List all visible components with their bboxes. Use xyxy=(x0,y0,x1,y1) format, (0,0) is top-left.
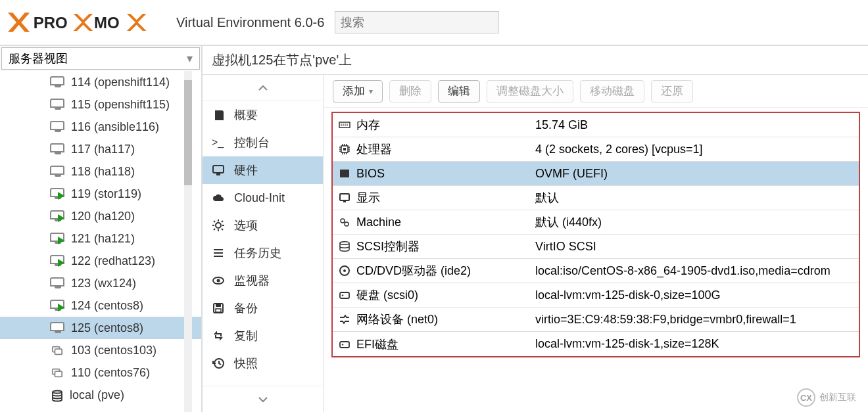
vm-icon xyxy=(50,277,66,289)
nav-item-monitor[interactable]: 硬件 xyxy=(203,156,323,184)
nav-scroll-down[interactable] xyxy=(203,386,323,412)
hardware-value: 默认 xyxy=(533,190,859,206)
vm-icon xyxy=(50,143,66,155)
tree-item-vm-5[interactable]: 119 (stor119) xyxy=(0,183,201,205)
tree-item-vm-1[interactable]: 115 (openshift115) xyxy=(0,93,201,116)
tree-item-vm-3[interactable]: 117 (ha117) xyxy=(0,138,201,160)
svg-marker-0 xyxy=(8,12,30,32)
tree-item-vm-7[interactable]: 121 (ha121) xyxy=(0,227,201,250)
tree-scrollbar-thumb[interactable] xyxy=(184,80,192,185)
hardware-row-net[interactable]: 网络设备 (net0)virtio=3E:C9:48:59:38:F9,brid… xyxy=(333,308,859,332)
nav-item-label: Cloud-Init xyxy=(234,191,285,205)
nav-item-terminal[interactable]: 控制台 xyxy=(203,129,323,156)
nav-item-history[interactable]: 快照 xyxy=(203,350,323,377)
vm-icon xyxy=(50,121,66,133)
tree-item-storage-14[interactable]: local (pve) xyxy=(0,384,201,406)
nav-item-save[interactable]: 备份 xyxy=(203,294,323,322)
hardware-panel: 添加 ▾ 删除 编辑 调整磁盘大小 移动磁盘 还原 内存15.74 GiB处理器… xyxy=(324,75,868,412)
hardware-key: 硬盘 (scsi0) xyxy=(356,287,533,303)
save-icon xyxy=(212,302,226,315)
watermark-text: 创新互联 xyxy=(819,392,856,403)
tree-view-label: 服务器视图 xyxy=(9,51,68,66)
nav-item-list[interactable]: 任务历史 xyxy=(203,239,323,267)
vm-icon xyxy=(50,300,66,311)
tree-item-vm-4[interactable]: 118 (ha118) xyxy=(0,160,201,183)
hardware-value: local:iso/CentOS-8-x86_64-1905-dvd1.iso,… xyxy=(533,264,859,278)
tree-item-label: 103 (centos103) xyxy=(71,344,157,357)
tree-item-label: 119 (stor119) xyxy=(71,187,141,201)
svg-marker-4 xyxy=(127,14,147,31)
nav-item-label: 监视器 xyxy=(234,273,270,288)
hardware-row-bios[interactable]: BIOSOVMF (UEFI) xyxy=(333,162,859,186)
hardware-key: 网络设备 (net0) xyxy=(356,311,533,327)
tree-item-vm-2[interactable]: 116 (ansible116) xyxy=(0,116,201,138)
nav-scroll-up[interactable] xyxy=(203,75,323,101)
lxc-icon xyxy=(50,344,66,356)
tree-item-vm-8[interactable]: 122 (redhat123) xyxy=(0,250,201,272)
hardware-row-cpu[interactable]: 处理器4 (2 sockets, 2 cores) [vcpus=1] xyxy=(333,137,859,162)
nav-item-label: 硬件 xyxy=(234,162,258,178)
nav-item-label: 控制台 xyxy=(234,135,270,150)
nav-item-label: 备份 xyxy=(234,300,258,316)
tree-body: 114 (openshift114)115 (openshift115)116 … xyxy=(0,71,201,412)
hardware-row-display[interactable]: 显示默认 xyxy=(333,186,859,210)
hardware-row-gears[interactable]: Machine默认 (i440fx) xyxy=(333,210,859,235)
nav-item-gear[interactable]: 选项 xyxy=(203,212,323,239)
hardware-row-hdd[interactable]: EFI磁盘local-lvm:vm-125-disk-1,size=128K xyxy=(333,332,859,356)
nav-item-eye[interactable]: 监视器 xyxy=(203,267,323,294)
tree-item-label: 123 (wx124) xyxy=(71,277,136,290)
hardware-row-hdd[interactable]: 硬盘 (scsi0)local-lvm:vm-125-disk-0,size=1… xyxy=(333,283,859,308)
vm-icon xyxy=(50,210,66,222)
tree-item-vm-9[interactable]: 123 (wx124) xyxy=(0,272,201,294)
nav-item-cloud[interactable]: Cloud-Init xyxy=(203,184,323,212)
running-indicator-icon xyxy=(58,214,64,222)
tree-item-lxc-13[interactable]: 110 (centos76) xyxy=(0,361,201,384)
hardware-row-disc[interactable]: CD/DVD驱动器 (ide2)local:iso/CentOS-8-x86_6… xyxy=(333,259,859,283)
hardware-key: Machine xyxy=(356,216,533,229)
vm-icon xyxy=(50,233,66,244)
running-indicator-icon xyxy=(58,259,64,267)
search-input[interactable] xyxy=(335,11,499,34)
tree-item-lxc-12[interactable]: 103 (centos103) xyxy=(0,339,201,361)
svg-text:MO: MO xyxy=(94,14,120,32)
svg-text:PRO: PRO xyxy=(34,14,68,32)
running-indicator-icon xyxy=(58,192,64,200)
tree-item-vm-6[interactable]: 120 (ha120) xyxy=(0,205,201,227)
nav-item-book[interactable]: 概要 xyxy=(203,101,323,129)
hardware-toolbar: 添加 ▾ 删除 编辑 调整磁盘大小 移动磁盘 还原 xyxy=(324,75,868,108)
add-button[interactable]: 添加 ▾ xyxy=(333,80,383,103)
top-bar: PRO MO Virtual Environment 6.0-6 xyxy=(0,0,868,46)
tree-item-label: local (pve) xyxy=(70,388,124,402)
watermark: CX 创新互联 xyxy=(797,388,856,407)
revert-button[interactable]: 还原 xyxy=(651,80,693,103)
eye-icon xyxy=(212,274,226,287)
svg-marker-2 xyxy=(74,14,93,31)
tree-item-vm-0[interactable]: 114 (openshift114) xyxy=(0,71,201,93)
cloud-icon xyxy=(212,191,226,204)
hardware-value: VirtIO SCSI xyxy=(533,240,859,254)
tree-item-label: 110 (centos76) xyxy=(71,366,150,380)
hardware-grid: 内存15.74 GiB处理器4 (2 sockets, 2 cores) [vc… xyxy=(331,112,860,357)
resize-disk-button[interactable]: 调整磁盘大小 xyxy=(487,80,573,103)
edit-button[interactable]: 编辑 xyxy=(438,80,480,103)
terminal-icon xyxy=(212,136,226,149)
nav-item-retweet[interactable]: 复制 xyxy=(203,322,323,350)
tree-item-label: 114 (openshift114) xyxy=(71,76,170,89)
content-area: 虚拟机125在节点'pve'上 概要控制台硬件Cloud-Init选项任务历史监… xyxy=(203,46,868,412)
hdd-icon xyxy=(333,338,356,351)
running-indicator-icon xyxy=(58,237,64,244)
hardware-row-memory[interactable]: 内存15.74 GiB xyxy=(333,113,859,137)
tree-item-label: 124 (centos8) xyxy=(71,299,143,313)
remove-button[interactable]: 删除 xyxy=(389,80,431,103)
tree-view-selector[interactable]: 服务器视图 ▾ xyxy=(1,47,200,70)
hdd-icon xyxy=(333,288,356,302)
tree-item-vm-10[interactable]: 124 (centos8) xyxy=(0,294,201,317)
book-icon xyxy=(212,108,226,122)
gear-icon xyxy=(212,219,226,232)
move-disk-button[interactable]: 移动磁盘 xyxy=(580,80,644,103)
chevron-down-icon: ▾ xyxy=(187,51,193,66)
tree-item-vm-11[interactable]: 125 (centos8) xyxy=(0,317,201,339)
running-indicator-icon xyxy=(58,304,64,311)
hardware-key: BIOS xyxy=(356,167,533,181)
hardware-row-stack[interactable]: SCSI控制器VirtIO SCSI xyxy=(333,235,859,259)
